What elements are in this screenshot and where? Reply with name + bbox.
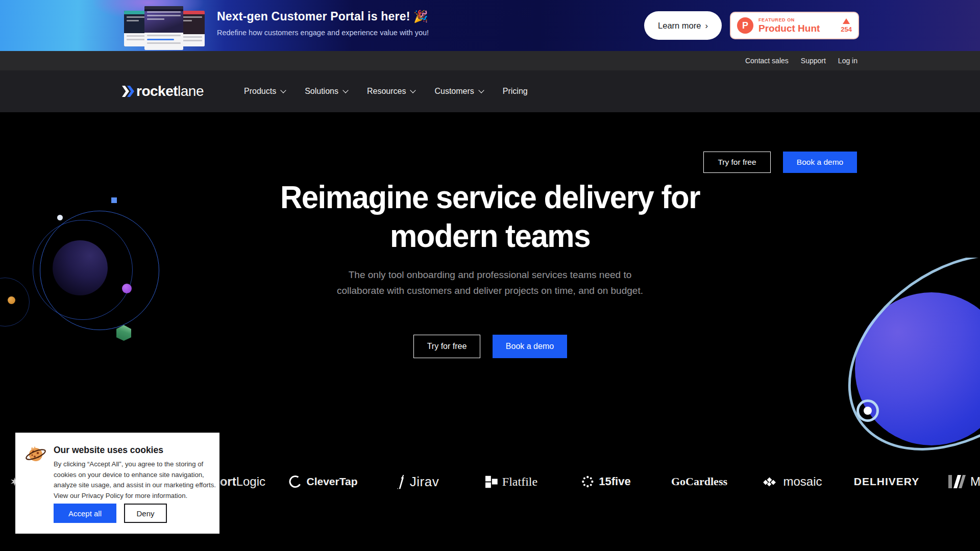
logo-matillion-partial: M (948, 474, 980, 489)
logo-delhivery: DELHIVERY (854, 475, 919, 488)
nav-item-products[interactable]: Products (244, 87, 285, 96)
logo-flatfile: Flatfile (485, 475, 537, 489)
announcement-banner: Next-gen Customer Portal is here! 🎉 Rede… (0, 0, 980, 51)
cookie-consent-popup: Our website uses cookies By clicking “Ac… (15, 433, 219, 534)
product-hunt-name: Product Hunt (758, 23, 820, 34)
chevron-down-icon (280, 87, 286, 93)
logo-15five: 15five (581, 475, 630, 488)
diamonds-icon (763, 476, 778, 487)
clevertap-crescent-icon (289, 475, 302, 488)
planet-ring-icon (837, 258, 980, 462)
contact-sales-link[interactable]: Contact sales (745, 57, 789, 65)
hero-heading-line2: modern teams (24, 216, 955, 255)
logo-gocardless: GoCardless (671, 475, 727, 488)
upvote-triangle-icon (843, 18, 850, 24)
brand-text-bold: rocket (136, 83, 178, 99)
banner-subtitle: Redefine how customers engage and experi… (217, 29, 429, 37)
hero-subtext: The only tool onboarding and professiona… (332, 267, 648, 298)
chevron-down-icon (410, 87, 416, 93)
logo-mosaic: mosaic (763, 474, 822, 489)
chevron-down-icon (342, 87, 348, 93)
nav-menu: Products Solutions Resources Customers P… (244, 70, 528, 112)
rocketlane-logo[interactable]: rocketlane (122, 70, 204, 112)
nav-book-a-demo-button[interactable]: Book a demo (783, 152, 857, 173)
product-hunt-icon: P (737, 17, 753, 34)
nav-item-solutions[interactable]: Solutions (305, 87, 348, 96)
planet-ring-decoration (837, 258, 980, 462)
cookie-body-text: By clicking “Accept All”, you agree to t… (54, 459, 217, 501)
orbit-marker-dot-icon (864, 407, 872, 415)
hero-heading: Reimagine service delivery for modern te… (24, 178, 955, 255)
learn-more-button[interactable]: Learn more › (644, 11, 722, 40)
logo-jirav: Jirav (395, 474, 439, 490)
nav-try-for-free-button[interactable]: Try for free (703, 152, 771, 173)
banner-title: Next-gen Customer Portal is here! 🎉 (217, 10, 428, 23)
learn-more-label: Learn more (658, 21, 701, 31)
matillion-slashes-icon (948, 474, 966, 489)
green-cube-icon (116, 325, 131, 341)
nav-item-pricing[interactable]: Pricing (503, 87, 528, 96)
hero-book-a-demo-button[interactable]: Book a demo (493, 335, 567, 358)
support-link[interactable]: Support (801, 57, 826, 65)
cookie-planet-icon (24, 444, 47, 466)
chevron-right-icon: › (705, 21, 708, 30)
rocketlane-homepage: Next-gen Customer Portal is here! 🎉 Rede… (0, 0, 980, 551)
cookie-title: Our website uses cookies (54, 445, 163, 456)
product-hunt-featured-label: FEATURED ON (758, 17, 820, 22)
hero-try-for-free-button[interactable]: Try for free (413, 335, 480, 358)
giraffe-icon (395, 474, 405, 489)
flatfile-squares-icon (485, 475, 498, 488)
deny-button[interactable]: Deny (124, 504, 167, 523)
upvote-count: 254 (841, 26, 852, 33)
brand-text-light: lane (178, 83, 204, 99)
main-navigation: rocketlane Products Solutions Resources … (0, 70, 980, 112)
logo-supportlogic: portLogic (212, 474, 265, 489)
nav-item-customers[interactable]: Customers (434, 87, 483, 96)
orange-dot-icon (8, 296, 15, 304)
utility-bar: Contact sales Support Log in (0, 51, 980, 70)
logo-chevron-white-icon (122, 86, 129, 97)
chevron-down-icon (478, 87, 484, 93)
nav-item-resources[interactable]: Resources (367, 87, 415, 96)
login-link[interactable]: Log in (838, 57, 857, 65)
banner-thumbnail-image (124, 6, 205, 50)
hero-heading-line1: Reimagine service delivery for (24, 178, 955, 216)
logo-clevertap: CleverTap (289, 475, 358, 488)
thumbnail-window-center (144, 6, 183, 50)
accept-all-button[interactable]: Accept all (54, 504, 116, 523)
sunburst-icon (581, 475, 594, 488)
product-hunt-badge[interactable]: P FEATURED ON Product Hunt 254 (730, 12, 859, 39)
purple-dot-icon (122, 284, 132, 293)
